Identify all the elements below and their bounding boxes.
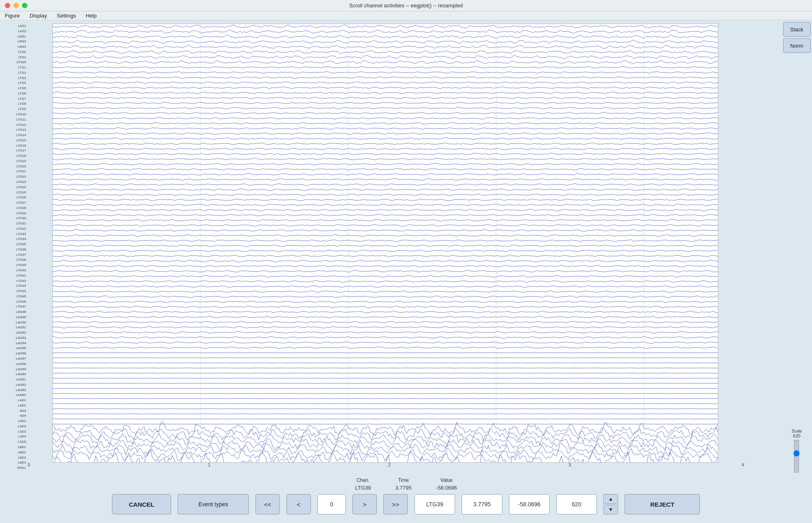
time-tick-1: 1 bbox=[208, 463, 211, 467]
window-title: Scroll channel activities -- eegplot() -… bbox=[349, 2, 463, 9]
channel-label-LAG62: LAG62 bbox=[4, 383, 27, 387]
chan-value: LTG39 bbox=[355, 485, 371, 491]
channel-label-LAD1: LAD1 bbox=[4, 399, 27, 402]
value-col: Value -58.0696 bbox=[436, 477, 457, 491]
signal-display: -58.0696 bbox=[509, 494, 550, 514]
nav-prev-prev-button[interactable]: << bbox=[255, 494, 280, 514]
channel-label-AD3: AD3 bbox=[4, 409, 27, 413]
channel-label-LAG52: LAG52 bbox=[4, 331, 27, 334]
channel-label-LTG40: LTG40 bbox=[4, 269, 27, 272]
close-button[interactable] bbox=[5, 3, 10, 8]
scale-value: 620 bbox=[793, 433, 800, 438]
channel-label-LTG37: LTG37 bbox=[4, 253, 27, 257]
minimize-button[interactable] bbox=[13, 3, 19, 8]
channel-label-LFS25: LFS25 bbox=[4, 61, 27, 64]
channel-label-LTG29: LTG29 bbox=[4, 212, 27, 215]
channel-label-LTG42: LTG42 bbox=[4, 279, 27, 283]
chan-label: Chan. bbox=[356, 477, 370, 483]
scale-slider[interactable] bbox=[794, 440, 799, 472]
up-down-buttons: ▲ ▼ bbox=[603, 494, 618, 514]
channel-label-LSD1: LSD1 bbox=[4, 420, 27, 423]
channel-label-LTG43: LTG43 bbox=[4, 284, 27, 288]
channel-label-LSD3: LSD3 bbox=[4, 430, 27, 433]
scale-display: 620 bbox=[556, 494, 597, 514]
channel-label-LSD4: LSD4 bbox=[4, 435, 27, 438]
time-tick-2: 2 bbox=[388, 463, 391, 467]
channel-label-LTG20: LTG20 bbox=[4, 165, 27, 168]
time-label: Time bbox=[398, 477, 409, 483]
title-bar: Scroll channel activities -- eegplot() -… bbox=[0, 0, 812, 11]
nav-next-next-button[interactable]: >> bbox=[383, 494, 408, 514]
down-button[interactable]: ▼ bbox=[603, 505, 618, 514]
channel-label-LTG16: LTG16 bbox=[4, 144, 27, 147]
channel-label-LTG13: LTG13 bbox=[4, 128, 27, 132]
time-value: 3.7795 bbox=[395, 485, 412, 491]
channel-label-LAG61: LAG61 bbox=[4, 378, 27, 381]
stack-button[interactable]: Stack bbox=[783, 22, 811, 37]
chan-display: LTG39 bbox=[414, 494, 455, 514]
channel-label-LFS0: LFS0 bbox=[4, 51, 27, 54]
channel-label-LAG59: LAG59 bbox=[4, 368, 27, 371]
channel-label-LTG8: LTG8 bbox=[4, 102, 27, 105]
channel-label-LTG47: LTG47 bbox=[4, 305, 27, 308]
channel-label-LBD4: LBD4 bbox=[4, 461, 27, 464]
channel-label-LTG32: LTG32 bbox=[4, 227, 27, 231]
channel-label-LTG9: LTG9 bbox=[4, 108, 27, 111]
channel-label-LAG48: LAG48 bbox=[4, 310, 27, 314]
channel-label-LTG15: LTG15 bbox=[4, 139, 27, 142]
menu-settings[interactable]: Settings bbox=[55, 12, 77, 20]
channel-label-LMS2: LMS2 bbox=[4, 40, 27, 43]
channel-label-LTG34: LTG34 bbox=[4, 237, 27, 241]
channel-label-LAG63: LAG63 bbox=[4, 389, 27, 392]
channel-label-LAG57: LAG57 bbox=[4, 357, 27, 360]
nav-position-input[interactable] bbox=[317, 494, 346, 514]
cancel-button[interactable]: CANCEL bbox=[112, 494, 171, 514]
channel-label-LTG31: LTG31 bbox=[4, 222, 27, 225]
nav-next-button[interactable]: > bbox=[352, 494, 377, 514]
norm-button[interactable]: Norm bbox=[783, 38, 811, 53]
channel-label-LAG58: LAG58 bbox=[4, 363, 27, 366]
channel-label-LAS1: LAS1 bbox=[4, 24, 27, 28]
channel-label-LTG46: LTG46 bbox=[4, 300, 27, 303]
event-types-button[interactable]: Event types bbox=[178, 494, 249, 514]
reject-button[interactable]: REJECT bbox=[625, 494, 700, 514]
maximize-button[interactable] bbox=[22, 3, 27, 8]
channel-label-LTG38: LTG38 bbox=[4, 258, 27, 262]
channel-label-LTG45: LTG45 bbox=[4, 295, 27, 298]
channel-label-LTG10: LTG10 bbox=[4, 113, 27, 116]
up-button[interactable]: ▲ bbox=[603, 494, 618, 504]
channel-label-LTG18: LTG18 bbox=[4, 154, 27, 158]
channel-label-LTG21: LTG21 bbox=[4, 170, 27, 173]
window-controls[interactable] bbox=[5, 3, 27, 8]
signal-value: -58.0696 bbox=[436, 485, 457, 491]
channel-label-LBD2: LBD2 bbox=[4, 451, 27, 454]
chan-col: Chan. LTG39 bbox=[355, 477, 371, 491]
channel-label-LAD2: LAD2 bbox=[4, 404, 27, 407]
channel-label-LBD3: LBD3 bbox=[4, 456, 27, 459]
channel-label-LTG44: LTG44 bbox=[4, 290, 27, 293]
menu-figure[interactable]: Figure bbox=[3, 12, 22, 20]
channel-label-LTG26: LTG26 bbox=[4, 196, 27, 199]
channel-label-LTG7: LTG7 bbox=[4, 97, 27, 101]
channel-label-LAG64: LAG64 bbox=[4, 393, 27, 397]
time-axis: 0 1 2 3 4 bbox=[28, 463, 749, 471]
channel-label-LAG55: LAG55 bbox=[4, 347, 27, 350]
menu-display[interactable]: Display bbox=[28, 12, 49, 20]
eeg-plot[interactable] bbox=[52, 24, 718, 463]
time-display: 3.7795 bbox=[462, 494, 502, 514]
nav-prev-button[interactable]: < bbox=[286, 494, 311, 514]
time-tick-0: 0 bbox=[28, 463, 30, 467]
bottom-controls: Chan. LTG39 Time 3.7795 Value -58.0696 C… bbox=[0, 474, 812, 523]
channel-label-LFS1: LFS1 bbox=[4, 56, 27, 59]
eeg-canvas bbox=[53, 24, 718, 462]
channel-label-LTG11: LTG11 bbox=[4, 118, 27, 121]
channel-label-LTG1: LTG1 bbox=[4, 66, 27, 69]
channel-label-LTG23: LTG23 bbox=[4, 180, 27, 184]
channel-label-LTG4: LTG4 bbox=[4, 81, 27, 85]
channel-label-LAG53: LAG53 bbox=[4, 336, 27, 340]
channel-label-LTG22: LTG22 bbox=[4, 175, 27, 178]
menu-help[interactable]: Help bbox=[84, 12, 98, 20]
right-panel: Stack Norm Scale 620 bbox=[781, 20, 812, 474]
channel-label-LTG28: LTG28 bbox=[4, 207, 27, 210]
channel-label-LTG35: LTG35 bbox=[4, 243, 27, 246]
